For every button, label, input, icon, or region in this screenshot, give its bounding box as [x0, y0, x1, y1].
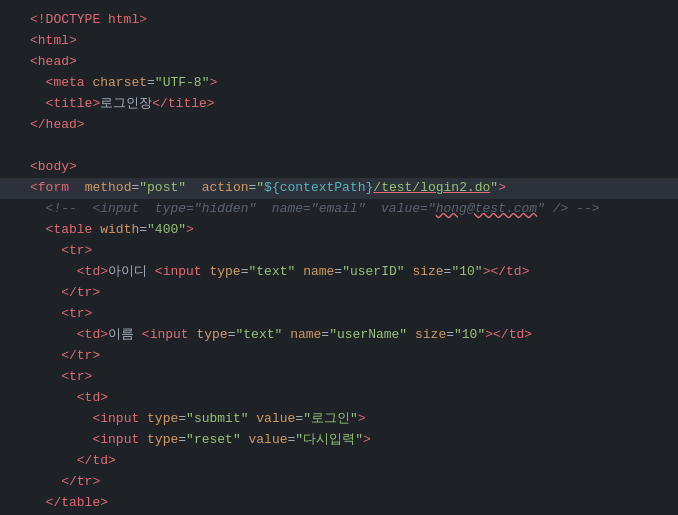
line-9: <form method="post" action="${contextPat… — [0, 178, 678, 199]
line-10: <!-- <input type="hidden" name="email" v… — [0, 199, 678, 220]
line-11: <table width="400"> — [0, 220, 678, 241]
line-21: <input type="reset" value="다시입력"> — [0, 430, 678, 451]
line-6: </head> — [0, 115, 678, 136]
line-8: <body> — [0, 157, 678, 178]
line-3: <head> — [0, 52, 678, 73]
line-18: <tr> — [0, 367, 678, 388]
line-23: </tr> — [0, 472, 678, 493]
line-16: <td>이름 <input type="text" name="userName… — [0, 325, 678, 346]
line-5: <title>로그인장</title> — [0, 94, 678, 115]
line-4: <meta charset="UTF-8"> — [0, 73, 678, 94]
line-13: <td>아이디 <input type="text" name="userID"… — [0, 262, 678, 283]
line-2: <html> — [0, 31, 678, 52]
line-22: </td> — [0, 451, 678, 472]
line-17: </tr> — [0, 346, 678, 367]
line-12: <tr> — [0, 241, 678, 262]
code-editor: <!DOCTYPE html> <html> <head> <meta char… — [0, 0, 678, 515]
line-24: </table> — [0, 493, 678, 514]
line-15: <tr> — [0, 304, 678, 325]
line-7 — [0, 136, 678, 157]
line-20: <input type="submit" value="로그인"> — [0, 409, 678, 430]
line-14: </tr> — [0, 283, 678, 304]
line-1: <!DOCTYPE html> — [0, 10, 678, 31]
line-19: <td> — [0, 388, 678, 409]
